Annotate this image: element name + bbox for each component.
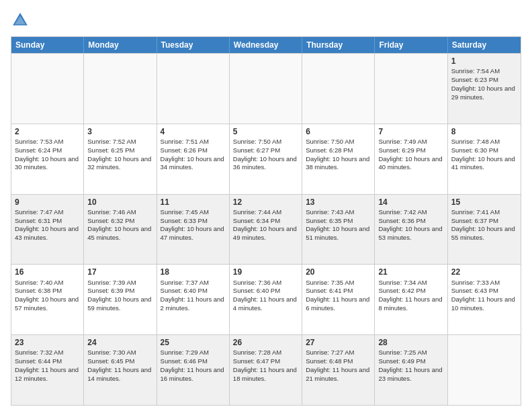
day-number: 26 <box>233 337 298 348</box>
empty-cell <box>302 54 375 124</box>
empty-cell <box>448 335 521 405</box>
day-info: Sunrise: 7:54 AM Sunset: 6:23 PM Dayligh… <box>451 67 515 100</box>
empty-cell <box>84 54 157 124</box>
day-cell-21: 21Sunrise: 7:34 AM Sunset: 6:42 PM Dayli… <box>375 265 447 334</box>
weekday-header-wednesday: Wednesday <box>230 37 302 53</box>
day-number: 2 <box>15 126 80 137</box>
day-number: 6 <box>306 126 371 137</box>
day-info: Sunrise: 7:50 AM Sunset: 6:28 PM Dayligh… <box>306 138 369 171</box>
day-number: 8 <box>451 126 517 137</box>
day-info: Sunrise: 7:43 AM Sunset: 6:35 PM Dayligh… <box>306 208 369 241</box>
day-cell-5: 5Sunrise: 7:50 AM Sunset: 6:27 PM Daylig… <box>230 124 302 194</box>
day-number: 22 <box>451 267 517 277</box>
day-number: 18 <box>161 267 226 277</box>
empty-cell <box>157 54 230 124</box>
calendar-row-2: 9Sunrise: 7:47 AM Sunset: 6:31 PM Daylig… <box>11 194 521 265</box>
day-cell-2: 2Sunrise: 7:53 AM Sunset: 6:24 PM Daylig… <box>11 124 84 194</box>
day-info: Sunrise: 7:40 AM Sunset: 6:38 PM Dayligh… <box>15 279 79 312</box>
day-info: Sunrise: 7:27 AM Sunset: 6:48 PM Dayligh… <box>306 349 369 381</box>
weekday-header-thursday: Thursday <box>302 37 375 53</box>
day-info: Sunrise: 7:47 AM Sunset: 6:31 PM Dayligh… <box>15 208 79 241</box>
calendar-row-0: 1Sunrise: 7:54 AM Sunset: 6:23 PM Daylig… <box>11 53 521 124</box>
day-cell-9: 9Sunrise: 7:47 AM Sunset: 6:31 PM Daylig… <box>11 195 84 265</box>
day-cell-10: 10Sunrise: 7:46 AM Sunset: 6:32 PM Dayli… <box>84 195 157 265</box>
day-cell-25: 25Sunrise: 7:29 AM Sunset: 6:46 PM Dayli… <box>157 335 230 405</box>
day-info: Sunrise: 7:46 AM Sunset: 6:32 PM Dayligh… <box>87 208 151 241</box>
calendar-row-1: 2Sunrise: 7:53 AM Sunset: 6:24 PM Daylig… <box>11 124 521 194</box>
day-info: Sunrise: 7:32 AM Sunset: 6:44 PM Dayligh… <box>15 349 79 381</box>
day-cell-24: 24Sunrise: 7:30 AM Sunset: 6:45 PM Dayli… <box>84 335 157 405</box>
day-number: 10 <box>87 197 152 208</box>
day-number: 23 <box>15 337 80 348</box>
calendar-row-4: 23Sunrise: 7:32 AM Sunset: 6:44 PM Dayli… <box>11 334 521 405</box>
day-info: Sunrise: 7:41 AM Sunset: 6:37 PM Dayligh… <box>451 208 515 241</box>
day-cell-16: 16Sunrise: 7:40 AM Sunset: 6:38 PM Dayli… <box>11 265 84 334</box>
day-number: 16 <box>15 267 80 277</box>
day-number: 3 <box>87 126 152 137</box>
day-info: Sunrise: 7:28 AM Sunset: 6:47 PM Dayligh… <box>233 349 297 381</box>
day-cell-26: 26Sunrise: 7:28 AM Sunset: 6:47 PM Dayli… <box>230 335 302 405</box>
day-cell-11: 11Sunrise: 7:45 AM Sunset: 6:33 PM Dayli… <box>157 195 230 265</box>
day-info: Sunrise: 7:34 AM Sunset: 6:42 PM Dayligh… <box>378 279 442 312</box>
day-number: 9 <box>15 197 80 208</box>
day-cell-20: 20Sunrise: 7:35 AM Sunset: 6:41 PM Dayli… <box>302 265 375 334</box>
day-number: 15 <box>451 197 517 208</box>
day-cell-19: 19Sunrise: 7:36 AM Sunset: 6:40 PM Dayli… <box>230 265 302 334</box>
day-number: 25 <box>161 337 226 348</box>
day-info: Sunrise: 7:51 AM Sunset: 6:26 PM Dayligh… <box>161 138 224 171</box>
day-number: 13 <box>306 197 371 208</box>
day-number: 19 <box>233 267 298 277</box>
day-number: 24 <box>87 337 152 348</box>
day-info: Sunrise: 7:35 AM Sunset: 6:41 PM Dayligh… <box>306 279 369 312</box>
day-cell-4: 4Sunrise: 7:51 AM Sunset: 6:26 PM Daylig… <box>157 124 230 194</box>
weekday-header-saturday: Saturday <box>448 37 521 53</box>
day-number: 11 <box>161 197 226 208</box>
day-cell-23: 23Sunrise: 7:32 AM Sunset: 6:44 PM Dayli… <box>11 335 84 405</box>
day-number: 5 <box>233 126 298 137</box>
day-number: 1 <box>451 56 517 66</box>
weekday-header-monday: Monday <box>84 37 157 53</box>
day-info: Sunrise: 7:36 AM Sunset: 6:40 PM Dayligh… <box>233 279 297 312</box>
day-number: 28 <box>378 337 443 348</box>
day-info: Sunrise: 7:29 AM Sunset: 6:46 PM Dayligh… <box>161 349 224 381</box>
day-info: Sunrise: 7:53 AM Sunset: 6:24 PM Dayligh… <box>15 138 79 171</box>
page: SundayMondayTuesdayWednesdayThursdayFrid… <box>0 0 532 411</box>
day-number: 4 <box>161 126 226 137</box>
calendar-header: SundayMondayTuesdayWednesdayThursdayFrid… <box>11 37 521 53</box>
day-info: Sunrise: 7:48 AM Sunset: 6:30 PM Dayligh… <box>451 138 515 171</box>
calendar-body: 1Sunrise: 7:54 AM Sunset: 6:23 PM Daylig… <box>11 53 521 405</box>
day-cell-22: 22Sunrise: 7:33 AM Sunset: 6:43 PM Dayli… <box>448 265 521 334</box>
calendar-row-3: 16Sunrise: 7:40 AM Sunset: 6:38 PM Dayli… <box>11 264 521 334</box>
day-info: Sunrise: 7:44 AM Sunset: 6:34 PM Dayligh… <box>233 208 297 241</box>
day-info: Sunrise: 7:52 AM Sunset: 6:25 PM Dayligh… <box>87 138 151 171</box>
day-number: 17 <box>87 267 152 277</box>
day-cell-6: 6Sunrise: 7:50 AM Sunset: 6:28 PM Daylig… <box>302 124 375 194</box>
day-number: 20 <box>306 267 371 277</box>
day-info: Sunrise: 7:37 AM Sunset: 6:40 PM Dayligh… <box>161 279 224 312</box>
empty-cell <box>230 54 302 124</box>
day-cell-3: 3Sunrise: 7:52 AM Sunset: 6:25 PM Daylig… <box>84 124 157 194</box>
day-number: 14 <box>378 197 443 208</box>
day-number: 21 <box>378 267 443 277</box>
day-cell-14: 14Sunrise: 7:42 AM Sunset: 6:36 PM Dayli… <box>375 195 447 265</box>
day-info: Sunrise: 7:30 AM Sunset: 6:45 PM Dayligh… <box>87 349 151 381</box>
day-info: Sunrise: 7:45 AM Sunset: 6:33 PM Dayligh… <box>161 208 224 241</box>
day-number: 7 <box>378 126 443 137</box>
day-cell-8: 8Sunrise: 7:48 AM Sunset: 6:30 PM Daylig… <box>448 124 521 194</box>
weekday-header-friday: Friday <box>375 37 447 53</box>
day-cell-27: 27Sunrise: 7:27 AM Sunset: 6:48 PM Dayli… <box>302 335 375 405</box>
day-cell-7: 7Sunrise: 7:49 AM Sunset: 6:29 PM Daylig… <box>375 124 447 194</box>
day-cell-28: 28Sunrise: 7:25 AM Sunset: 6:49 PM Dayli… <box>375 335 447 405</box>
empty-cell <box>375 54 447 124</box>
header <box>11 11 521 30</box>
weekday-header-tuesday: Tuesday <box>157 37 230 53</box>
day-cell-13: 13Sunrise: 7:43 AM Sunset: 6:35 PM Dayli… <box>302 195 375 265</box>
day-cell-1: 1Sunrise: 7:54 AM Sunset: 6:23 PM Daylig… <box>448 54 521 124</box>
day-info: Sunrise: 7:33 AM Sunset: 6:43 PM Dayligh… <box>451 279 515 312</box>
empty-cell <box>11 54 84 124</box>
day-cell-18: 18Sunrise: 7:37 AM Sunset: 6:40 PM Dayli… <box>157 265 230 334</box>
day-info: Sunrise: 7:42 AM Sunset: 6:36 PM Dayligh… <box>378 208 442 241</box>
day-number: 27 <box>306 337 371 348</box>
day-cell-15: 15Sunrise: 7:41 AM Sunset: 6:37 PM Dayli… <box>448 195 521 265</box>
day-info: Sunrise: 7:39 AM Sunset: 6:39 PM Dayligh… <box>87 279 151 312</box>
